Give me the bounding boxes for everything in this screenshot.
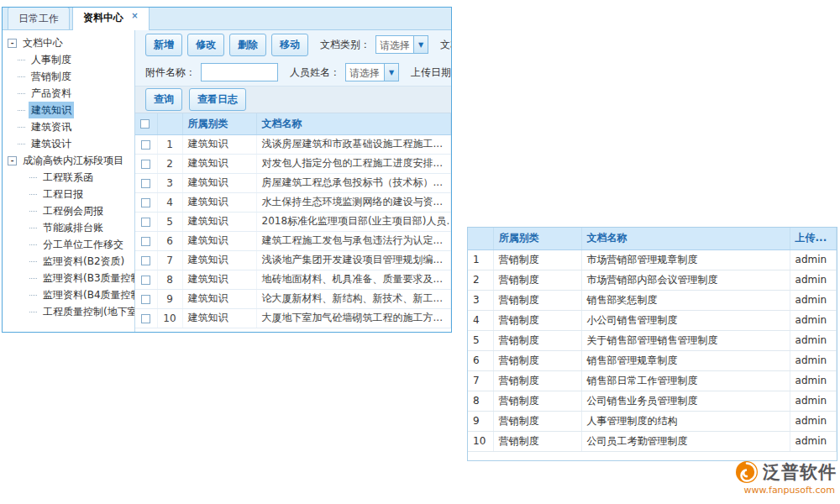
table-row[interactable]: 1建筑知识浅谈房屋建筑和市政基础设施工程施工... [135,134,451,154]
header-row: 所属别类 文档名称 [135,113,451,134]
category-select[interactable]: 请选择 ▼ [375,35,428,54]
tab-label: 资料中心 [83,12,123,24]
tree-item-weekly-meeting[interactable]: 工程例会周报 [8,202,134,219]
row-checkbox[interactable] [141,314,150,323]
tree-item-supervision-b2[interactable]: 监理资料(B2资质) [8,253,134,270]
modify-button[interactable]: 修改 [187,34,224,56]
tree-connector [29,211,37,212]
tree-connector [18,60,25,60]
tree-connector [29,194,37,195]
table-row[interactable]: 4营销制度小公司销售管理制度admin [468,310,837,330]
row-checkbox[interactable] [141,295,150,304]
row-checkbox[interactable] [141,256,150,265]
row-checkbox[interactable] [141,276,150,285]
table-row[interactable]: 8建筑知识地砖地面材料、机具准备、质量要求及... [135,270,451,289]
attachment-input[interactable] [201,63,278,81]
tree-item-supervision-b4[interactable]: 监理资料(B4质量控制) [8,286,134,303]
category-label: 文档类别： [320,38,370,52]
row-checkbox[interactable] [141,218,150,227]
table-row[interactable]: 7建筑知识浅谈地产集团开发建设项目管理规划编... [135,250,451,270]
person-select[interactable]: 请选择 ▼ [345,63,399,81]
tree-connector [18,144,25,144]
chevron-down-icon: ▼ [413,36,428,53]
attachment-label: 附件名称： [145,66,196,80]
tree-node-project[interactable]: - 成渝高铁内江标段项目 [8,152,134,169]
tree-item-building-news[interactable]: 建筑资讯 [8,118,134,135]
column-header-category: 所属别类 [493,228,581,249]
clipped-label: 文档 [440,38,451,52]
query-button[interactable]: 查询 [145,88,182,111]
collapse-icon[interactable]: - [8,39,17,48]
tree-item-supervision-b3[interactable]: 监理资料(B3质量控制) [8,270,134,286]
column-header-seq [157,113,182,134]
tab-resource-center[interactable]: 资料中心 × [72,7,150,30]
tree-item-energy-ledger[interactable]: 节能减排台账 [8,219,134,236]
tree-label: 文档中心 [20,34,66,51]
row-checkbox[interactable] [141,198,150,207]
tree-item-project-letters[interactable]: 工程联系函 [8,169,134,186]
document-content-area: 新增 修改 删除 移动 文档类别： 请选择 ▼ 文档 附件名称： 人员姓名： 请… [135,30,451,332]
tree-node-doc-center[interactable]: - 文档中心 [8,34,134,51]
tab-bar: 日常工作 资料中心 × [3,8,451,30]
tree-item-building-knowledge[interactable]: 建筑知识 [8,102,134,118]
table-row[interactable]: 10建筑知识大厦地下室加气砼墙砌筑工程的施工方... [135,308,451,328]
column-header-category: 所属别类 [182,113,256,134]
select-all-checkbox[interactable] [140,119,150,129]
table-row[interactable]: 4建筑知识水土保持生态环境监测网络的建设与资... [135,192,451,212]
tab-daily-work[interactable]: 日常工作 [8,7,70,29]
row-checkbox[interactable] [141,179,150,188]
column-header-seq [468,228,493,249]
table-row[interactable]: 2营销制度市场营销部内部会议管理制度admin [468,270,837,290]
table-row[interactable]: 5建筑知识2018标准化监理项目部(业主项目部)人员... [135,212,451,231]
row-checkbox[interactable] [141,237,150,246]
person-select-value: 请选择 [346,64,384,81]
fanpu-branding: 泛普软件 www.fanpusoft.com [735,460,837,496]
table-row[interactable]: 3建筑知识房屋建筑工程总承包投标书（技术标）... [135,173,451,192]
toolbar-filters: 附件名称： 人员姓名： 请选择 ▼ 上传日期 [135,59,451,86]
upload-date-label: 上传日期 [411,66,451,80]
move-button[interactable]: 移动 [271,34,308,56]
add-button[interactable]: 新增 [145,34,182,56]
table-row[interactable]: 9建筑知识论大厦新材料、新结构、新技术、新工... [135,289,451,308]
tree-item-quality-basement[interactable]: 工程质量控制(地下室) [8,303,134,320]
tree-connector [29,244,37,245]
close-icon[interactable]: × [131,11,138,20]
tree-item-work-transfer[interactable]: 分工单位工作移交 [8,236,134,253]
row-checkbox[interactable] [141,160,150,169]
tree-label: 成渝高铁内江标段项目 [20,152,126,169]
tree-item-product-docs[interactable]: 产品资料 [8,85,134,102]
table-row[interactable]: 1营销制度市场营销部管理规章制度admin [468,249,837,270]
table-row[interactable]: 6营销制度销售部管理规章制度admin [468,350,837,370]
row-checkbox[interactable] [141,140,150,150]
tab-label: 日常工作 [18,13,59,24]
tree-connector [29,278,37,279]
table-row[interactable]: 8营销制度公司销售业务员管理制度admin [468,391,837,411]
tree-connector [18,93,25,94]
person-label: 人员姓名： [290,66,340,80]
table-row[interactable]: 6建筑知识建筑工程施工发包与承包违法行为认定... [135,231,451,250]
column-header-name: 文档名称 [256,113,451,134]
table-row[interactable]: 5营销制度关于销售部管理销售管理制度admin [468,330,837,350]
table-row[interactable]: 10营销制度公司员工考勤管理制度admin [468,431,837,451]
fanpu-logo-icon [735,460,759,484]
chevron-down-icon: ▼ [384,64,398,81]
delete-button[interactable]: 删除 [229,34,266,56]
tree-item-marketing-rules[interactable]: 营销制度 [8,68,134,85]
tree-connector [18,76,25,77]
toolbar-query: 查询 查看日志 [135,86,451,113]
table-row[interactable]: 2建筑知识对发包人指定分包的工程施工进度安排... [135,154,451,173]
tree-connector [29,312,37,312]
tree-item-building-design[interactable]: 建筑设计 [8,135,134,152]
table-row[interactable]: 7营销制度销售部日常工作管理制度admin [468,370,837,391]
document-tree: - 文档中心 人事制度 营销制度 产品资料 建筑知识 建筑资讯 建筑设计 - 成… [3,30,135,332]
document-table-wrap: 所属别类 文档名称 1建筑知识浅谈房屋建筑和市政基础设施工程施工... 2建筑知… [135,113,451,332]
table-row[interactable]: 3营销制度销售部奖惩制度admin [468,290,837,310]
collapse-icon[interactable]: - [8,156,17,165]
tree-connector [18,110,25,111]
brand-url: www.fanpusoft.com [735,485,837,496]
header-row: 所属别类 文档名称 上传... [468,228,837,249]
table-row[interactable]: 9营销制度人事管理制度的结构admin [468,411,837,431]
tree-item-daily-report[interactable]: 工程日报 [8,186,134,202]
view-log-button[interactable]: 查看日志 [189,88,246,111]
tree-item-hr-rules[interactable]: 人事制度 [8,51,134,68]
